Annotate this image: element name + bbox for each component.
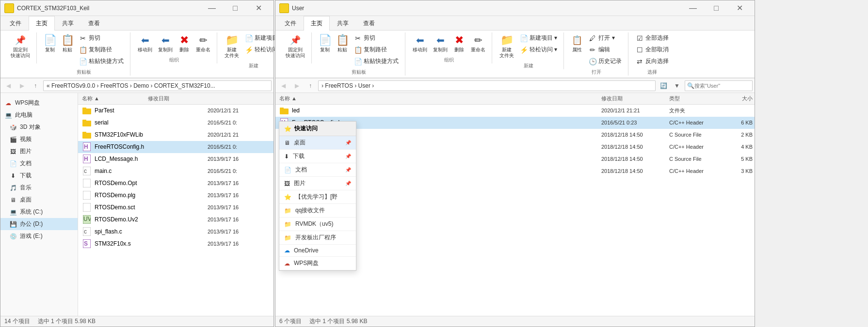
file-row[interactable]: serial 2016/5/21 0: [78,117,273,129]
left-new-folder-btn[interactable]: 📁 新建文件夹 [222,32,241,61]
right-deselect-btn[interactable]: ☐ 全部取消 [633,44,671,55]
right-invert-select-btn[interactable]: ⇄ 反向选择 [633,56,671,67]
sidebar-3d[interactable]: 🎲 3D 对象 [0,121,78,133]
asm-file-icon: S [82,239,92,248]
deselect-icon: ☐ [636,46,643,54]
right-easy-access-btn[interactable]: ⚡ 轻松访问 ▾ [517,44,560,55]
right-address-dropdown-btn[interactable]: ▼ [671,80,683,92]
right-copy-path-btn[interactable]: 📋 复制路径 [352,44,401,55]
left-back-btn[interactable]: ◀ [2,80,14,92]
right-tab-share[interactable]: 共享 [330,16,356,31]
right-new-folder-btn[interactable]: 📁 新建文件夹 [497,32,516,61]
right-back-btn[interactable]: ◀ [277,80,289,92]
left-delete-btn[interactable]: ✖ 删除 [176,32,193,55]
sidebar-wps[interactable]: ☁ WPS网盘 [0,97,78,109]
right-copy-to-btn[interactable]: ⬅ 复制到 [431,32,450,55]
left-address-path[interactable]: « FreeRTOSv9.0.0 › FreeRTOS › Demo › COR… [43,80,272,91]
sidebar-downloads[interactable]: ⬇ 下载 [0,170,78,182]
left-tab-home[interactable]: 主页 [29,16,55,31]
dropdown-item-priority[interactable]: ⭐ 【优先学习】[野 [279,190,356,204]
left-tab-view[interactable]: 查看 [81,16,107,31]
right-col-name[interactable]: 名称 ▲ [275,95,599,102]
right-up-btn[interactable]: ↑ [305,80,316,92]
left-rename-btn[interactable]: ✏ 重命名 [193,32,213,55]
right-search-input[interactable] [694,83,750,89]
sidebar-documents[interactable]: 📄 文档 [0,157,78,170]
right-rename-btn[interactable]: ✏ 重命名 [468,32,488,55]
file-row[interactable]: STM32F10xFWLib 2020/12/1 21 [78,129,273,141]
right-col-date[interactable]: 修改日期 [599,95,667,102]
dropdown-item-rvmdk[interactable]: 📁 RVMDK（uv5) [279,218,356,231]
right-delete-btn[interactable]: ✖ 删除 [451,32,467,55]
right-forward-btn[interactable]: ▶ [291,80,303,92]
sidebar-pictures[interactable]: 🖼 图片 [0,145,78,157]
right-pin-btn[interactable]: 📌 固定到快速访问 [283,32,307,61]
sidebar-this-pc[interactable]: 💻 此电脑 [0,109,78,121]
left-forward-btn[interactable]: ▶ [16,80,28,92]
left-close-btn[interactable]: ✕ [247,0,270,16]
left-cut-btn[interactable]: ✂ 剪切 [77,32,126,44]
right-cut-btn[interactable]: ✂ 剪切 [352,32,401,44]
right-new-item-btn[interactable]: 📄 新建项目 ▾ [517,32,560,44]
right-edit-btn[interactable]: ✏ 编辑 [586,44,624,55]
right-move-to-btn[interactable]: ⬅ 移动到 [410,32,430,55]
file-row[interactable]: c spi_flash.c 2013/9/17 16 [78,226,273,238]
left-move-to-btn[interactable]: ⬅ 移动到 [135,32,155,55]
left-copy-path-btn[interactable]: 📋 复制路径 [77,44,126,55]
dropdown-item-devboard[interactable]: 📁 开发板出厂程序 [279,231,356,245]
file-row[interactable]: S STM32F10x.s 2013/9/17 16 [78,238,273,250]
dropdown-item-desktop[interactable]: 🖥 桌面 📌 [279,136,356,150]
dropdown-item-qq[interactable]: 📁 qq接收文件 [279,204,356,218]
sidebar-video[interactable]: 🎬 视频 [0,133,78,145]
right-properties-btn[interactable]: 📋 属性 [569,32,585,55]
left-minimize-btn[interactable]: — [201,0,223,16]
right-copy-btn[interactable]: 📄 复制 [317,32,333,55]
right-tab-view[interactable]: 查看 [356,16,382,31]
sidebar-system-c[interactable]: 💻 系统 (C:) [0,206,78,218]
left-col-name[interactable]: 名称 ▲ [78,95,146,102]
right-col-type[interactable]: 类型 [667,95,725,102]
file-row[interactable]: c main.c 2016/5/21 0: [78,165,273,177]
left-paste-shortcut-btn[interactable]: 📄 粘贴快捷方式 [77,56,126,67]
file-row[interactable]: UV RTOSDemo.Uv2 2013/9/17 16 [78,214,273,226]
left-tab-file[interactable]: 文件 [2,16,29,31]
sidebar-music[interactable]: 🎵 音乐 [0,182,78,194]
dropdown-item-downloads[interactable]: ⬇ 下载 📌 [279,150,356,163]
right-paste-shortcut-btn[interactable]: 📄 粘贴快捷方式 [352,56,401,67]
right-open-btn[interactable]: 🖊 打开 ▾ [586,32,624,44]
right-history-btn[interactable]: 🕒 历史记录 [586,56,624,67]
right-maximize-btn[interactable]: □ [705,0,727,16]
file-row[interactable]: ParTest 2020/12/1 21 [78,105,273,117]
right-tab-home[interactable]: 主页 [304,16,330,31]
file-row[interactable]: RTOSDemo.Opt 2013/9/17 16 [78,177,273,189]
file-row[interactable]: RTOSDemo.sct 2013/9/17 16 [78,202,273,214]
dropdown-item-wps[interactable]: ☁ WPS网盘 [279,257,356,270]
left-copy-btn[interactable]: 📄 复制 [42,32,58,55]
sidebar-desktop[interactable]: 🖥 桌面 [0,194,78,206]
right-paste-btn[interactable]: 📋 粘贴 [334,32,351,55]
right-refresh-btn[interactable]: 🔄 [658,80,669,92]
right-minimize-btn[interactable]: — [682,0,704,16]
sidebar-office-d[interactable]: 💾 办公 (D:) [0,218,78,230]
right-address-path[interactable]: › FreeRTOS › User › [318,80,656,91]
right-select-all-btn[interactable]: ☑ 全部选择 [633,32,671,44]
right-close-btn[interactable]: ✕ [728,0,751,16]
dropdown-item-onedrive[interactable]: ☁ OneDrive [279,245,356,257]
folder-icon [279,106,289,115]
right-tab-file[interactable]: 文件 [277,16,304,31]
left-tab-share[interactable]: 共享 [55,16,81,31]
file-row[interactable]: H FreeRTOSConfig.h 2016/5/21 0: [78,141,273,153]
sidebar-game-e[interactable]: 💿 游戏 (E:) [0,230,78,242]
left-pin-btn[interactable]: 📌 固定到快速访问 [8,32,32,61]
left-maximize-btn[interactable]: □ [224,0,246,16]
file-row[interactable]: led 2020/12/1 21:21 文件夹 [275,105,755,117]
left-up-btn[interactable]: ↑ [30,80,41,92]
file-row[interactable]: RTOSDemo.plg 2013/9/17 16 [78,189,273,202]
left-copy-to-btn[interactable]: ⬅ 复制到 [156,32,175,55]
left-paste-btn[interactable]: 📋 粘贴 [59,32,76,55]
right-col-size[interactable]: 大小 [725,95,755,102]
dropdown-item-pictures[interactable]: 🖼 图片 📌 [279,177,356,190]
file-row[interactable]: H LCD_Message.h 2013/9/17 16 [78,153,273,165]
dropdown-item-documents[interactable]: 📄 文档 📌 [279,163,356,177]
left-col-date[interactable]: 修改日期 [146,95,214,102]
